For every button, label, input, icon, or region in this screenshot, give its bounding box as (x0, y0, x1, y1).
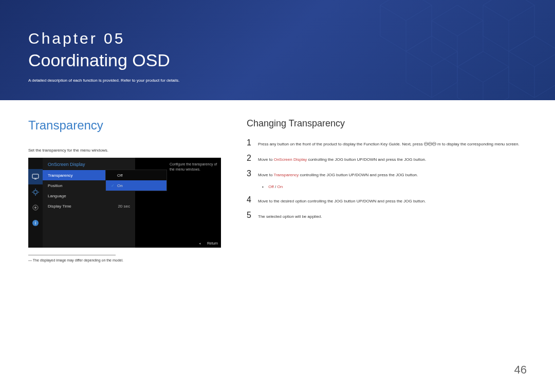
osd-submenu-off: ✓ Off (106, 170, 166, 180)
osd-caption: Configure the transparency of the menu w… (170, 162, 218, 172)
osd-row-label: Display Time (48, 204, 118, 209)
section-title-transparency: Transparency (28, 118, 224, 133)
page-header: Chapter 05 Coordinating OSD A detailed d… (0, 0, 555, 100)
page-number: 46 (514, 363, 527, 377)
osd-row-label: Language (48, 194, 130, 198)
osd-panel-title: OnScreen Display (43, 158, 135, 170)
step-text: Move to the desired option controlling t… (258, 198, 527, 204)
option-on: On (277, 184, 283, 189)
osd-nav-position-icon (28, 184, 43, 200)
footnote-rule (28, 255, 116, 255)
steps-list-2: 4 Move to the desired option controlling… (247, 195, 527, 220)
right-column: Changing Transparency 1 Press any button… (247, 118, 527, 262)
step-2: 2 Move to OnScreen Display controlling t… (247, 154, 527, 163)
step-text: Press any button on the front of the pro… (258, 141, 527, 147)
svg-text:i: i (35, 220, 36, 226)
step-number: 5 (247, 211, 258, 220)
heading-changing-transparency: Changing Transparency (247, 118, 527, 129)
chapter-label: Chapter 05 (28, 30, 125, 47)
step-3: 3 Move to Transparency controlling the J… (247, 169, 527, 178)
check-icon: ✓ (111, 183, 115, 188)
osd-nav-display-icon (28, 169, 43, 184)
svg-rect-2 (34, 191, 37, 194)
osd-submenu-on: ✓ On (106, 180, 166, 191)
section-description: Set the transparency for the menu window… (28, 148, 224, 153)
options-bullet: • Off / On (262, 184, 527, 189)
osd-submenu-label: Off (117, 173, 123, 178)
svg-rect-1 (34, 179, 36, 179)
osd-nav-info-icon: i (28, 215, 43, 231)
step-text: Move to Transparency controlling the JOG… (258, 172, 527, 178)
svg-point-4 (34, 207, 36, 209)
osd-sidebar: i (28, 158, 43, 248)
chapter-title: Coordinating OSD (28, 50, 170, 70)
option-off: Off (268, 184, 274, 189)
step-number: 3 (247, 169, 258, 178)
step-text: The selected option will be applied. (258, 214, 527, 219)
osd-row-value: 20 sec (118, 204, 130, 209)
footnote-text: ― The displayed image may differ dependi… (28, 258, 224, 262)
page-content: Transparency Set the transparency for th… (0, 100, 555, 262)
step-1: 1 Press any button on the front of the p… (247, 138, 527, 147)
cube-pattern-decor (349, 0, 555, 100)
chapter-subtext: A detailed description of each function … (28, 78, 179, 83)
osd-row-displaytime: Display Time 20 sec (43, 201, 135, 211)
step-4: 4 Move to the desired option controlling… (247, 195, 527, 204)
svg-rect-0 (32, 174, 39, 178)
osd-nav-settings-icon (28, 200, 43, 215)
osd-submenu: ✓ Off ✓ On (105, 170, 167, 191)
step-text: Move to OnScreen Display controlling the… (258, 157, 527, 162)
osd-submenu-label: On (117, 183, 123, 188)
steps-list: 1 Press any button on the front of the p… (247, 138, 527, 178)
step-number: 1 (247, 138, 258, 147)
osd-screenshot: i OnScreen Display Transparency On Posit… (28, 158, 221, 248)
step-5: 5 The selected option will be applied. (247, 211, 527, 220)
osd-return-label: Return (199, 241, 218, 246)
osd-row-language: Language (43, 191, 135, 201)
step-number: 4 (247, 195, 258, 204)
step-number: 2 (247, 154, 258, 163)
left-column: Transparency Set the transparency for th… (28, 118, 224, 262)
